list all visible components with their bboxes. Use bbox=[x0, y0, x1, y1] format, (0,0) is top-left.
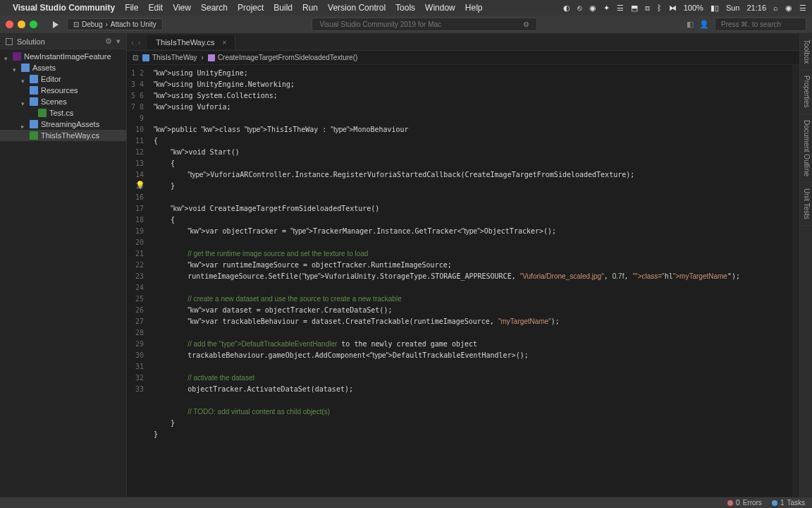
disclosure-icon[interactable] bbox=[21, 76, 27, 82]
menu-tools[interactable]: Tools bbox=[395, 3, 415, 13]
tree-item-label: Editor bbox=[41, 75, 61, 83]
profile-icon[interactable]: 👤 bbox=[699, 20, 709, 29]
cs-icon bbox=[38, 109, 47, 117]
gear-icon[interactable]: ⚙ bbox=[105, 37, 112, 46]
tree-item[interactable]: Resources bbox=[0, 85, 126, 96]
wifi-icon[interactable]: ⧓ bbox=[669, 4, 677, 13]
sys-icon[interactable]: ⬒ bbox=[631, 4, 638, 13]
tree-item[interactable]: NewInstantImageFeature bbox=[0, 51, 126, 62]
right-side-tabs: Toolbox Properties Document Outline Unit… bbox=[799, 34, 812, 497]
tab-strip: ‹ › ThisIsTheWay.cs × bbox=[127, 34, 799, 51]
clock-time[interactable]: 21:16 bbox=[746, 4, 766, 12]
side-tab-document-outline[interactable]: Document Outline bbox=[800, 114, 812, 183]
disclosure-icon[interactable] bbox=[21, 99, 27, 104]
notification-icon[interactable]: ◧ bbox=[687, 20, 694, 29]
menu-build[interactable]: Build bbox=[273, 3, 293, 13]
target-label: Attach to Unity bbox=[111, 20, 156, 28]
bluetooth-icon[interactable]: ᛒ bbox=[657, 4, 662, 12]
tree-item-label: Test.cs bbox=[49, 109, 73, 117]
tree-item[interactable]: ThisIsTheWay.cs bbox=[0, 130, 126, 141]
spotlight-icon[interactable]: ⌕ bbox=[773, 4, 778, 12]
menu-search[interactable]: Search bbox=[201, 3, 228, 13]
chevron-right-icon: › bbox=[202, 54, 204, 61]
menu-help[interactable]: Help bbox=[465, 3, 483, 13]
nav-back-icon[interactable]: ‹ bbox=[131, 38, 134, 47]
method-icon bbox=[208, 54, 215, 61]
menu-run[interactable]: Run bbox=[302, 3, 318, 13]
tree-item[interactable]: StreamingAssets bbox=[0, 119, 126, 130]
tasks-label: Tasks bbox=[787, 499, 805, 507]
file-tab-label: ThisIsTheWay.cs bbox=[156, 38, 214, 47]
toolbar: ⊡ Debug › Attach to Unity Visual Studio … bbox=[0, 16, 812, 34]
solution-header[interactable]: Solution ⚙ ▾ bbox=[0, 34, 126, 49]
side-tab-properties[interactable]: Properties bbox=[800, 70, 812, 114]
sys-icon[interactable]: ☰ bbox=[617, 4, 624, 13]
editor-area: ‹ › ThisIsTheWay.cs × ⊡ ThisIsTheWay › C… bbox=[127, 34, 799, 497]
menu-edit[interactable]: Edit bbox=[148, 3, 163, 13]
breadcrumb[interactable]: ⊡ ThisIsTheWay › CreateImageTargetFromSi… bbox=[127, 51, 799, 65]
side-tab-unit-tests[interactable]: Unit Tests bbox=[800, 183, 812, 226]
file-tab-active[interactable]: ThisIsTheWay.cs × bbox=[147, 35, 235, 49]
menu-vc[interactable]: Version Control bbox=[328, 3, 386, 13]
solution-panel: Solution ⚙ ▾ NewInstantImageFeatureAsset… bbox=[0, 34, 127, 497]
collapse-icon[interactable]: ▾ bbox=[116, 37, 121, 46]
sys-icon[interactable]: ⧈ bbox=[645, 4, 650, 13]
menu-window[interactable]: Window bbox=[425, 3, 455, 13]
solution-tree: NewInstantImageFeatureAssetsEditorResour… bbox=[0, 49, 126, 143]
sys-icon[interactable]: ✦ bbox=[603, 4, 610, 13]
siri-icon[interactable]: ◉ bbox=[785, 4, 792, 13]
window-controls[interactable] bbox=[6, 20, 37, 28]
center-text: Visual Studio Community 2019 for Mac bbox=[319, 20, 441, 28]
lightbulb-icon[interactable]: 💡 bbox=[135, 181, 145, 190]
menu-view[interactable]: View bbox=[173, 3, 191, 13]
clock-day[interactable]: Sun bbox=[726, 4, 740, 12]
spacer bbox=[30, 110, 35, 116]
statusbar: 0 Errors 1 Tasks bbox=[0, 497, 812, 508]
proj-icon bbox=[13, 52, 21, 61]
status-errors[interactable]: 0 Errors bbox=[727, 499, 762, 507]
folder-icon bbox=[30, 97, 38, 106]
folder-icon bbox=[21, 64, 30, 72]
minimize-window-icon[interactable] bbox=[18, 20, 25, 28]
menu-file[interactable]: File bbox=[125, 3, 138, 13]
app-name[interactable]: Visual Studio Community bbox=[13, 3, 115, 13]
sys-icon[interactable]: ◉ bbox=[589, 4, 596, 13]
disclosure-icon[interactable] bbox=[13, 65, 18, 71]
tree-item-label: NewInstantImageFeature bbox=[24, 52, 111, 61]
tree-item-label: Scenes bbox=[41, 97, 67, 106]
minimap[interactable] bbox=[792, 65, 799, 497]
zoom-window-icon[interactable] bbox=[30, 20, 37, 28]
center-info[interactable]: Visual Studio Community 2019 for Mac ⚙ bbox=[312, 18, 537, 31]
spacer bbox=[21, 87, 27, 93]
build-config-selector[interactable]: ⊡ Debug › Attach to Unity bbox=[67, 18, 163, 30]
global-search-input[interactable]: Press ⌘. to search bbox=[715, 18, 806, 31]
code-editor[interactable]: 1 2 3 4 5 6 7 8 9 10 11 12 13 14 15 16 1… bbox=[127, 65, 799, 497]
tree-item[interactable]: Editor bbox=[0, 73, 126, 85]
run-button[interactable] bbox=[53, 21, 59, 28]
breadcrumb-method[interactable]: CreateImageTargetFromSideloadedTexture() bbox=[218, 54, 357, 61]
sys-icon[interactable]: ◐ bbox=[563, 4, 570, 13]
close-window-icon[interactable] bbox=[6, 20, 13, 28]
menu-project[interactable]: Project bbox=[238, 3, 264, 13]
close-tab-icon[interactable]: × bbox=[223, 39, 227, 47]
sys-icon[interactable]: ⎋ bbox=[577, 4, 582, 12]
folder-icon bbox=[30, 120, 38, 128]
disclosure-icon[interactable] bbox=[21, 121, 27, 127]
breadcrumb-class[interactable]: ThisIsTheWay bbox=[152, 54, 197, 61]
tree-item[interactable]: Assets bbox=[0, 62, 126, 73]
battery-icon: ▮▯ bbox=[710, 4, 719, 13]
mac-menubar: Visual Studio Community File Edit View S… bbox=[0, 0, 812, 16]
status-tasks[interactable]: 1 Tasks bbox=[772, 499, 805, 507]
tree-item[interactable]: Scenes bbox=[0, 96, 126, 107]
error-icon bbox=[727, 500, 733, 506]
config-label: Debug bbox=[82, 20, 102, 28]
nav-forward-icon[interactable]: › bbox=[138, 38, 141, 47]
notifications-icon[interactable]: ☰ bbox=[799, 4, 806, 13]
side-tab-toolbox[interactable]: Toolbox bbox=[800, 34, 812, 70]
tree-item[interactable]: Test.cs bbox=[0, 107, 126, 119]
gear-icon[interactable]: ⚙ bbox=[523, 20, 529, 28]
tree-item-label: Assets bbox=[32, 64, 56, 72]
disclosure-icon[interactable] bbox=[4, 54, 10, 59]
code-content[interactable]: "kw">using UnityEngine; "kw">using Unity… bbox=[148, 65, 792, 497]
folder-icon bbox=[30, 75, 38, 83]
